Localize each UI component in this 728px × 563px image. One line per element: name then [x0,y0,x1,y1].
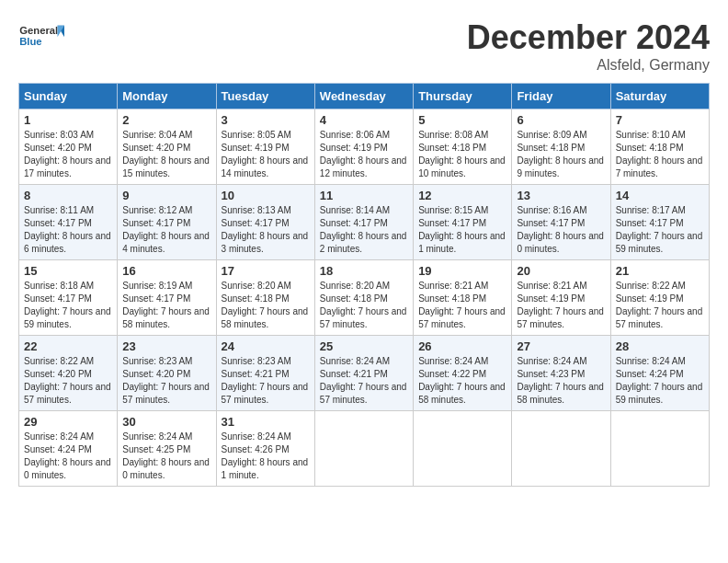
svg-text:Blue: Blue [19,36,41,47]
weekday-header-friday: Friday [512,84,610,109]
day-number: 3 [222,113,310,127]
day-info: Sunrise: 8:21 AMSunset: 4:18 PMDaylight:… [418,280,506,331]
calendar-cell: 14Sunrise: 8:17 AMSunset: 4:17 PMDayligh… [610,185,709,260]
day-info: Sunrise: 8:18 AMSunset: 4:17 PMDaylight:… [24,280,112,331]
calendar-cell: 8Sunrise: 8:11 AMSunset: 4:17 PMDaylight… [19,185,118,260]
calendar-cell: 30Sunrise: 8:24 AMSunset: 4:25 PMDayligh… [118,411,216,487]
title-block: December 2024 Alsfeld, Germany [467,18,710,74]
day-info: Sunrise: 8:24 AMSunset: 4:26 PMDaylight:… [222,431,310,482]
day-number: 13 [517,189,605,202]
page-header: General Blue December 2024 Alsfeld, Germ… [18,18,710,74]
day-info: Sunrise: 8:13 AMSunset: 4:17 PMDaylight:… [222,204,310,256]
calendar-cell: 22Sunrise: 8:22 AMSunset: 4:20 PMDayligh… [19,336,118,411]
day-info: Sunrise: 8:05 AMSunset: 4:19 PMDaylight:… [222,129,310,180]
calendar-cell: 6Sunrise: 8:09 AMSunset: 4:18 PMDaylight… [512,109,610,185]
day-info: Sunrise: 8:16 AMSunset: 4:17 PMDaylight:… [517,204,605,256]
svg-text:General: General [19,25,58,36]
day-number: 10 [222,189,310,202]
day-number: 25 [320,339,408,353]
calendar-cell: 1Sunrise: 8:03 AMSunset: 4:20 PMDaylight… [19,109,118,185]
day-info: Sunrise: 8:22 AMSunset: 4:20 PMDaylight:… [24,355,112,407]
day-number: 21 [616,264,704,278]
calendar-cell: 19Sunrise: 8:21 AMSunset: 4:18 PMDayligh… [414,260,512,336]
calendar-cell: 7Sunrise: 8:10 AMSunset: 4:18 PMDaylight… [610,109,709,185]
calendar-cell: 10Sunrise: 8:13 AMSunset: 4:17 PMDayligh… [216,185,314,260]
day-info: Sunrise: 8:06 AMSunset: 4:19 PMDaylight:… [320,129,408,180]
weekday-header-thursday: Thursday [414,84,512,109]
day-number: 26 [418,339,506,353]
month-title: December 2024 [467,18,710,57]
day-info: Sunrise: 8:15 AMSunset: 4:17 PMDaylight:… [418,204,506,256]
day-number: 6 [517,113,605,127]
week-row-1: 1Sunrise: 8:03 AMSunset: 4:20 PMDaylight… [19,109,710,185]
calendar-cell: 26Sunrise: 8:24 AMSunset: 4:22 PMDayligh… [414,336,512,411]
day-number: 15 [24,264,112,278]
calendar-cell: 11Sunrise: 8:14 AMSunset: 4:17 PMDayligh… [314,185,413,260]
calendar-cell: 17Sunrise: 8:20 AMSunset: 4:18 PMDayligh… [216,260,314,336]
calendar-cell: 27Sunrise: 8:24 AMSunset: 4:23 PMDayligh… [512,336,610,411]
day-info: Sunrise: 8:20 AMSunset: 4:18 PMDaylight:… [222,280,310,331]
week-row-3: 15Sunrise: 8:18 AMSunset: 4:17 PMDayligh… [19,260,710,336]
day-number: 2 [122,113,210,127]
day-info: Sunrise: 8:22 AMSunset: 4:19 PMDaylight:… [616,280,704,331]
day-number: 11 [320,189,408,202]
day-info: Sunrise: 8:24 AMSunset: 4:23 PMDaylight:… [517,355,605,407]
calendar-cell: 23Sunrise: 8:23 AMSunset: 4:20 PMDayligh… [118,336,216,411]
day-number: 7 [616,113,704,127]
week-row-5: 29Sunrise: 8:24 AMSunset: 4:24 PMDayligh… [19,411,710,487]
day-number: 19 [418,264,506,278]
day-number: 27 [517,339,605,353]
day-info: Sunrise: 8:03 AMSunset: 4:20 PMDaylight:… [24,129,112,180]
calendar-cell: 3Sunrise: 8:05 AMSunset: 4:19 PMDaylight… [216,109,314,185]
calendar-cell: 28Sunrise: 8:24 AMSunset: 4:24 PMDayligh… [610,336,709,411]
logo: General Blue [18,18,64,55]
day-number: 12 [418,189,506,202]
calendar-cell: 13Sunrise: 8:16 AMSunset: 4:17 PMDayligh… [512,185,610,260]
weekday-header-tuesday: Tuesday [216,84,314,109]
calendar-cell: 21Sunrise: 8:22 AMSunset: 4:19 PMDayligh… [610,260,709,336]
day-info: Sunrise: 8:24 AMSunset: 4:24 PMDaylight:… [24,431,112,482]
day-info: Sunrise: 8:24 AMSunset: 4:24 PMDaylight:… [616,355,704,407]
location-title: Alsfeld, Germany [467,57,710,74]
day-info: Sunrise: 8:04 AMSunset: 4:20 PMDaylight:… [122,129,210,180]
day-number: 24 [222,339,310,353]
calendar-cell: 29Sunrise: 8:24 AMSunset: 4:24 PMDayligh… [19,411,118,487]
day-number: 22 [24,339,112,353]
day-info: Sunrise: 8:24 AMSunset: 4:25 PMDaylight:… [122,431,210,482]
day-number: 18 [320,264,408,278]
weekday-header-row: SundayMondayTuesdayWednesdayThursdayFrid… [19,84,710,109]
day-number: 23 [122,339,210,353]
weekday-header-sunday: Sunday [19,84,118,109]
day-info: Sunrise: 8:20 AMSunset: 4:18 PMDaylight:… [320,280,408,331]
day-info: Sunrise: 8:14 AMSunset: 4:17 PMDaylight:… [320,204,408,256]
day-info: Sunrise: 8:11 AMSunset: 4:17 PMDaylight:… [24,204,112,256]
day-number: 29 [24,415,112,429]
calendar-cell: 9Sunrise: 8:12 AMSunset: 4:17 PMDaylight… [118,185,216,260]
day-info: Sunrise: 8:21 AMSunset: 4:19 PMDaylight:… [517,280,605,331]
day-info: Sunrise: 8:23 AMSunset: 4:21 PMDaylight:… [222,355,310,407]
day-info: Sunrise: 8:24 AMSunset: 4:22 PMDaylight:… [418,355,506,407]
calendar-cell [512,411,610,487]
day-info: Sunrise: 8:08 AMSunset: 4:18 PMDaylight:… [418,129,506,180]
week-row-4: 22Sunrise: 8:22 AMSunset: 4:20 PMDayligh… [19,336,710,411]
calendar-cell: 25Sunrise: 8:24 AMSunset: 4:21 PMDayligh… [314,336,413,411]
day-info: Sunrise: 8:24 AMSunset: 4:21 PMDaylight:… [320,355,408,407]
day-number: 14 [616,189,704,202]
calendar-cell: 2Sunrise: 8:04 AMSunset: 4:20 PMDaylight… [118,109,216,185]
day-number: 5 [418,113,506,127]
day-number: 16 [122,264,210,278]
weekday-header-saturday: Saturday [610,84,709,109]
day-number: 30 [122,415,210,429]
day-info: Sunrise: 8:23 AMSunset: 4:20 PMDaylight:… [122,355,210,407]
calendar-cell: 5Sunrise: 8:08 AMSunset: 4:18 PMDaylight… [414,109,512,185]
calendar-cell: 31Sunrise: 8:24 AMSunset: 4:26 PMDayligh… [216,411,314,487]
calendar-cell: 24Sunrise: 8:23 AMSunset: 4:21 PMDayligh… [216,336,314,411]
day-number: 31 [222,415,310,429]
day-info: Sunrise: 8:17 AMSunset: 4:17 PMDaylight:… [616,204,704,256]
day-info: Sunrise: 8:10 AMSunset: 4:18 PMDaylight:… [616,129,704,180]
day-info: Sunrise: 8:12 AMSunset: 4:17 PMDaylight:… [122,204,210,256]
weekday-header-monday: Monday [118,84,216,109]
day-number: 17 [222,264,310,278]
day-number: 1 [24,113,112,127]
logo-icon: General Blue [18,18,64,55]
